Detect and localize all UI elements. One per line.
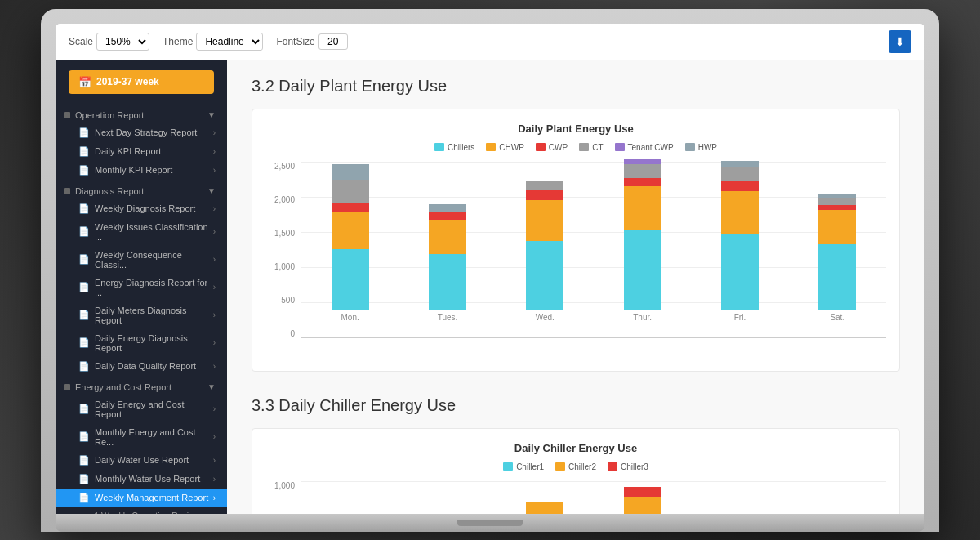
file-icon: 📄 (78, 282, 90, 292)
legend-chiller2: Chiller2 (555, 462, 596, 471)
bullet-icon: ≡ (85, 511, 89, 514)
y-label-1500: 1,500 (274, 229, 295, 238)
seg-chiller3 (624, 487, 662, 497)
seg-cwp (526, 190, 564, 200)
item-left: 📄 Daily Energy and Cost Report (78, 399, 213, 419)
y-label-0: 0 (290, 329, 295, 338)
stacked-bar-fri (721, 161, 759, 310)
item-left: 📄 Monthly KPI Report (78, 165, 172, 176)
bar2-thur: Thur. (624, 487, 662, 514)
section-energy-label: Energy and Cost Report (75, 382, 172, 392)
download-button[interactable]: ⬇ (889, 30, 911, 53)
sidebar-item-next-day[interactable]: 📄 Next Day Strategy Report › (56, 123, 227, 142)
sidebar-item-energy-diag[interactable]: 📄 Energy Diagnosis Report for ... › (56, 274, 227, 301)
sidebar-item-daily-kpi[interactable]: 📄 Daily KPI Report › (56, 142, 227, 161)
file-icon: 📄 (78, 431, 90, 442)
main-area: 📅 2019-37 week Operation Report ▼ 📄 (56, 60, 924, 514)
theme-label: Theme (163, 36, 193, 47)
scale-label: Scale (69, 36, 93, 47)
sidebar-item-monthly-kpi[interactable]: 📄 Monthly KPI Report › (56, 161, 227, 180)
seg-cwp (332, 203, 369, 212)
legend-color-chiller1 (503, 462, 513, 471)
sidebar-item-weekly-diag[interactable]: 📄 Weekly Diagnosis Report › (56, 199, 227, 218)
sidebar-item-monthly-energy-cost[interactable]: 📄 Monthly Energy and Cost Re... › (56, 423, 227, 451)
week-label: 2019-37 week (96, 76, 159, 87)
theme-control: Theme Headline (163, 33, 263, 51)
item-label: Daily Energy Diagnosis Report (95, 333, 213, 353)
section-operation-report[interactable]: Operation Report ▼ (56, 104, 227, 123)
top-bar: Scale 150% 100% 200% Theme Headline Font… (56, 24, 924, 60)
sidebar-item-weekly-mgmt[interactable]: 📄 Weekly Management Report › (56, 489, 227, 507)
bar-mon: Mon. (332, 164, 369, 338)
bars-area-2: Mon. Tues. (301, 481, 886, 514)
arrow-right-icon: › (213, 493, 216, 502)
legend-color-chiller3 (608, 462, 617, 471)
arrow-right-icon: › (213, 166, 216, 175)
legend-label-cwp: CWP (549, 143, 568, 152)
fontsize-control: FontSize (276, 33, 347, 50)
fontsize-input[interactable] (318, 33, 348, 50)
item-left: 📄 Daily Energy Diagnosis Report (78, 333, 213, 353)
file-icon: 📄 (78, 127, 90, 138)
seg-cwp (624, 178, 662, 186)
seg-ct (332, 180, 369, 203)
arrow-right-icon: › (213, 404, 216, 413)
submenu-group1-label: 1 Weekly Operation Review (94, 511, 199, 514)
arrow-right-icon: › (213, 204, 216, 213)
submenu-group1[interactable]: ≡ 1 Weekly Operation Review (56, 507, 227, 514)
scale-select[interactable]: 150% 100% 200% (96, 33, 149, 51)
sidebar-item-daily-data-quality[interactable]: 📄 Daily Data Quality Report › (56, 357, 227, 376)
legend-chiller1: Chiller1 (503, 462, 544, 471)
sidebar-item-daily-energy-diag[interactable]: 📄 Daily Energy Diagnosis Report › (56, 329, 227, 357)
arrow-right-icon: › (213, 147, 216, 156)
bar-fri: Fri. (721, 161, 759, 338)
file-icon: 📄 (78, 493, 90, 503)
sidebar-item-daily-meters[interactable]: 📄 Daily Meters Diagnosis Report › (56, 301, 227, 329)
item-label: Weekly Management Report (95, 493, 208, 502)
seg-chwp (721, 191, 759, 234)
seg-ct (721, 167, 759, 181)
chart2-container: Daily Chiller Energy Use Chiller1 Chille… (252, 428, 900, 514)
section-energy-cost[interactable]: Energy and Cost Report ▼ (56, 376, 227, 395)
content-area: 3.2 Daily Plant Energy Use Daily Plant E… (227, 60, 924, 514)
bar-tues: Tues. (429, 204, 466, 338)
seg-hwp (429, 204, 466, 212)
legend-color-chiller2 (555, 462, 565, 471)
chart2-legend: Chiller1 Chiller2 Chiller3 (265, 462, 886, 471)
theme-select[interactable]: Headline (196, 33, 263, 51)
y-label-2500: 2,500 (274, 162, 295, 171)
file-icon: 📄 (78, 226, 90, 237)
item-label: Weekly Consequence Classi... (95, 250, 213, 270)
arrow-right-icon: › (213, 456, 216, 465)
item-label: Daily Water Use Report (95, 455, 189, 465)
laptop-frame: Scale 150% 100% 200% Theme Headline Font… (41, 9, 939, 532)
sidebar-item-daily-energy-cost[interactable]: 📄 Daily Energy and Cost Report › (56, 395, 227, 423)
chevron-down-icon: ▼ (207, 382, 216, 391)
section-diagnosis-report[interactable]: Diagnosis Report ▼ (56, 180, 227, 199)
sidebar-item-monthly-water[interactable]: 📄 Monthly Water Use Report › (56, 470, 227, 489)
legend-label-chiller1: Chiller1 (516, 462, 544, 471)
y-label-500: 500 (281, 296, 295, 305)
legend-label-chiller2: Chiller2 (568, 462, 596, 471)
legend-chwp: CHWP (486, 143, 524, 152)
arrow-right-icon: › (213, 338, 216, 347)
stacked-bar2-wed (526, 502, 564, 514)
sidebar-item-daily-water[interactable]: 📄 Daily Water Use Report › (56, 451, 227, 470)
sidebar-item-weekly-consq[interactable]: 📄 Weekly Consequence Classi... › (56, 246, 227, 274)
seg-hwp (332, 164, 369, 180)
seg-chiller2 (526, 502, 564, 514)
legend-color-chwp (486, 143, 496, 151)
seg-chillers (818, 244, 856, 310)
app-container: Scale 150% 100% 200% Theme Headline Font… (56, 24, 924, 514)
item-label: Monthly KPI Report (95, 165, 172, 175)
section-diagnosis-label: Diagnosis Report (75, 186, 144, 196)
section-dot (64, 188, 70, 194)
seg-chiller2 (624, 497, 662, 514)
week-button[interactable]: 📅 2019-37 week (69, 70, 214, 94)
bar-label-thur: Thur. (633, 313, 652, 322)
sidebar-item-weekly-issues[interactable]: 📄 Weekly Issues Classification ... › (56, 218, 227, 246)
arrow-right-icon: › (213, 283, 216, 292)
section1-title: 3.2 Daily Plant Energy Use (252, 77, 900, 96)
item-label: Daily KPI Report (95, 146, 161, 156)
y2-label-1000: 1,000 (274, 481, 295, 490)
